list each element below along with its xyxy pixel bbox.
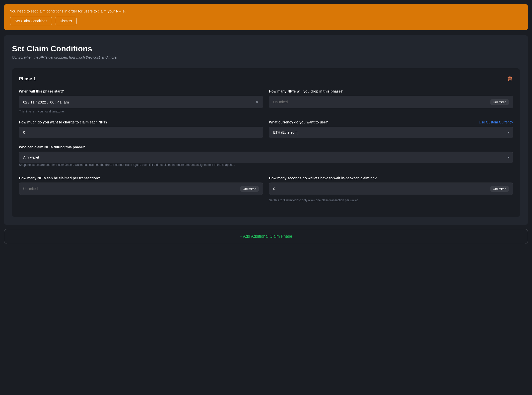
currency-group: What currency do you want to use? Use Cu… (269, 120, 513, 138)
notification-text: You need to set claim conditions in orde… (10, 9, 522, 13)
who-can-claim-select-wrapper: Any wallet Specific wallets (Snapshot) ▾ (19, 152, 513, 163)
waiting-hint: Set this to "Unlimited" to only allow on… (269, 198, 513, 202)
nft-drop-group: How many NFTs will you drop in this phas… (269, 89, 513, 113)
phase-title: Phase 1 (19, 76, 36, 82)
main-card: Set Claim Conditions Control when the NF… (4, 35, 528, 225)
who-can-claim-group: Who can claim NFTs during this phase? An… (19, 145, 513, 169)
start-date-label: When will this phase start? (19, 89, 263, 93)
form-row-1: When will this phase start? ✕ This time … (19, 89, 513, 113)
currency-label-row: What currency do you want to use? Use Cu… (269, 120, 513, 124)
trash-icon (508, 76, 512, 81)
snapshot-notice: Snapshot spots are one-time-use! Once a … (19, 163, 513, 167)
start-date-input-wrapper[interactable]: ✕ (19, 96, 263, 108)
charge-label: How much do you want to charge to claim … (19, 120, 263, 124)
set-claim-conditions-button[interactable]: Set Claim Conditions (10, 17, 52, 25)
who-can-claim-label: Who can claim NFTs during this phase? (19, 145, 513, 149)
per-transaction-input-wrapper[interactable]: Unlimited (19, 183, 263, 195)
form-row-3: Who can claim NFTs during this phase? An… (19, 145, 513, 169)
per-transaction-group: How many NFTs can be claimed per transac… (19, 176, 263, 202)
nft-drop-label: How many NFTs will you drop in this phas… (269, 89, 513, 93)
delete-phase-button[interactable] (507, 75, 513, 82)
currency-label: What currency do you want to use? (269, 120, 328, 124)
nft-drop-input-wrapper[interactable]: Unlimited (269, 96, 513, 108)
form-row-4: How many NFTs can be claimed per transac… (19, 176, 513, 202)
phase-card: Phase 1 When will this phase start? ✕ Th… (12, 68, 520, 217)
per-transaction-label: How many NFTs can be claimed per transac… (19, 176, 263, 180)
clear-date-button[interactable]: ✕ (256, 100, 259, 104)
wait-between-label: How many seconds do wallets have to wait… (269, 176, 513, 180)
form-row-2: How much do you want to charge to claim … (19, 120, 513, 138)
charge-input[interactable] (19, 127, 263, 138)
start-date-group: When will this phase start? ✕ This time … (19, 89, 263, 113)
nft-drop-badge: Unlimited (490, 99, 509, 105)
nft-drop-input[interactable] (273, 100, 490, 104)
charge-group: How much do you want to charge to claim … (19, 120, 263, 138)
page-title: Set Claim Conditions (12, 44, 520, 53)
currency-select-wrapper: ETH (Ethereum) MATIC BNB AVAX ▾ (269, 127, 513, 138)
per-transaction-badge: Unlimited (240, 186, 259, 192)
wait-between-badge: Unlimited (490, 186, 509, 192)
page-subtitle: Control when the NFTs get dropped, how m… (12, 55, 520, 59)
currency-select[interactable]: ETH (Ethereum) MATIC BNB AVAX (269, 127, 513, 138)
use-custom-currency-link[interactable]: Use Custom Currency (479, 120, 513, 124)
wait-between-input[interactable] (273, 187, 490, 191)
per-transaction-input[interactable] (23, 187, 240, 191)
dismiss-button[interactable]: Dismiss (55, 17, 77, 25)
timezone-helper: This time is in your local timezone. (19, 110, 263, 113)
notification-buttons: Set Claim Conditions Dismiss (10, 17, 522, 25)
who-can-claim-select[interactable]: Any wallet Specific wallets (Snapshot) (19, 152, 513, 163)
phase-header: Phase 1 (19, 75, 513, 82)
wait-between-group: How many seconds do wallets have to wait… (269, 176, 513, 202)
start-date-input[interactable] (23, 100, 256, 104)
add-phase-button[interactable]: + Add Additional Claim Phase (4, 229, 528, 244)
wait-between-input-wrapper[interactable]: Unlimited (269, 183, 513, 195)
notification-banner: You need to set claim conditions in orde… (4, 4, 528, 30)
